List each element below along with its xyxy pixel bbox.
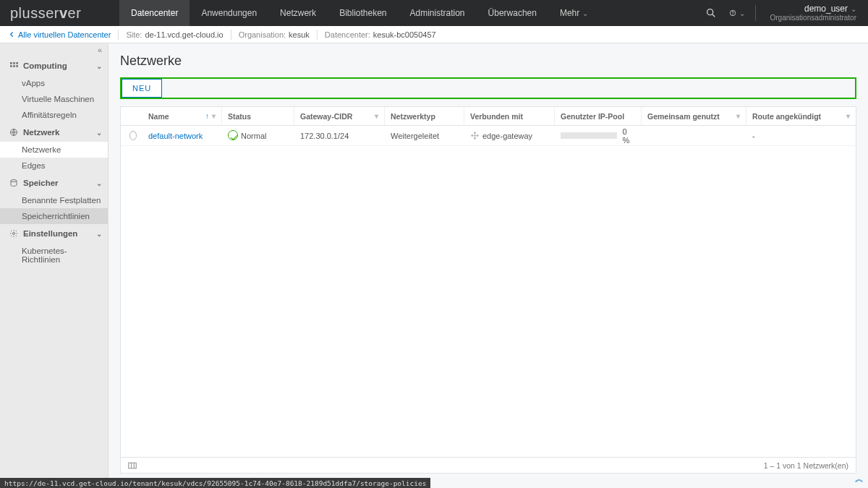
filter-icon[interactable]: ▾ bbox=[736, 112, 740, 120]
sidebar-section-computing[interactable]: Computing ⌄ bbox=[0, 56, 108, 75]
svg-rect-7 bbox=[10, 65, 12, 67]
sort-asc-icon[interactable]: ↑ bbox=[205, 112, 209, 120]
sidebar-item-virtuelle-maschinen[interactable]: Virtuelle Maschinen bbox=[0, 91, 108, 107]
filter-icon[interactable]: ▾ bbox=[846, 112, 850, 120]
top-nav: Datencenter Anwendungen Netzwerk Bibliot… bbox=[119, 0, 600, 26]
chevron-down-icon: ⌄ bbox=[851, 5, 856, 13]
top-actions: ⌄ demo_user ⌄ Organisationsadministrator bbox=[703, 4, 869, 22]
chevron-down-icon: ⌄ bbox=[96, 230, 102, 238]
sidebar-item-affinitaetsregeln[interactable]: Affinitätsregeln bbox=[0, 107, 108, 123]
scroll-top-icon[interactable]: ︽ bbox=[855, 473, 864, 485]
user-menu[interactable]: demo_user ⌄ Organisationsadministrator bbox=[766, 4, 861, 22]
svg-point-17 bbox=[474, 137, 475, 139]
topnav-datencenter[interactable]: Datencenter bbox=[119, 0, 190, 26]
topnav-administration[interactable]: Administration bbox=[399, 0, 477, 26]
col-name[interactable]: Name ↑ ▾ bbox=[142, 107, 222, 125]
chevron-down-icon: ⌄ bbox=[582, 9, 588, 17]
table-body: default-network Normal 172.30.0.1/24 Wei… bbox=[121, 126, 856, 457]
svg-point-11 bbox=[11, 180, 17, 182]
sidebar-section-label: Einstellungen bbox=[23, 229, 77, 238]
topnav-bibliotheken[interactable]: Bibliotheken bbox=[328, 0, 398, 26]
col-shared[interactable]: Gemeinsam genutzt ▾ bbox=[642, 107, 746, 125]
row-select[interactable] bbox=[121, 131, 142, 140]
network-icon bbox=[9, 127, 19, 137]
user-name: demo_user bbox=[804, 4, 848, 14]
divider bbox=[755, 5, 756, 21]
topnav-anwendungen[interactable]: Anwendungen bbox=[190, 0, 268, 26]
radio-icon[interactable] bbox=[129, 131, 137, 140]
topnav-mehr[interactable]: Mehr ⌄ bbox=[548, 0, 600, 26]
sidebar-section-speicher[interactable]: Speicher ⌄ bbox=[0, 174, 108, 192]
col-pool[interactable]: Genutzter IP-Pool bbox=[555, 107, 642, 125]
svg-point-14 bbox=[471, 135, 472, 137]
breadcrumb-back-label: Alle virtuellen Datencenter bbox=[18, 30, 111, 39]
cell-type: Weitergeleitet bbox=[385, 132, 464, 140]
cell-advertised: - bbox=[746, 132, 856, 140]
chevron-down-icon: ⌄ bbox=[96, 129, 102, 137]
crumb-site-value: de-11.vcd.get-cloud.io bbox=[145, 30, 223, 39]
svg-rect-9 bbox=[16, 65, 18, 67]
table-footer-text: 1 – 1 von 1 Netzwerk(en) bbox=[764, 461, 848, 470]
col-gateway[interactable]: Gateway-CIDR ▾ bbox=[294, 107, 385, 125]
sidebar-item-kubernetes-richtlinien[interactable]: Kubernetes-Richtlinien bbox=[0, 243, 108, 267]
storage-icon bbox=[9, 178, 19, 188]
svg-point-16 bbox=[474, 132, 475, 134]
sidebar-section-netzwerk[interactable]: Netzwerk ⌄ bbox=[0, 123, 108, 142]
col-type-label: Netzwerktyp bbox=[391, 112, 435, 121]
page-title: Netzwerke bbox=[120, 53, 856, 69]
sidebar-item-speicherrichtlinien[interactable]: Speicherrichtlinien bbox=[0, 208, 108, 224]
new-button-highlight: NEU bbox=[120, 77, 856, 99]
cell-pool: 0 % bbox=[555, 127, 642, 145]
svg-point-0 bbox=[707, 9, 712, 15]
crumb-dc-label: Datencenter: bbox=[325, 30, 370, 39]
table-row[interactable]: default-network Normal 172.30.0.1/24 Wei… bbox=[121, 126, 856, 146]
crumb-site-label: Site: bbox=[126, 30, 142, 39]
topnav-netzwerk[interactable]: Netzwerk bbox=[268, 0, 328, 26]
svg-rect-18 bbox=[129, 463, 137, 468]
svg-point-13 bbox=[474, 135, 475, 137]
network-name-link[interactable]: default-network bbox=[148, 132, 203, 140]
topnav-ueberwachen[interactable]: Überwachen bbox=[477, 0, 548, 26]
sidebar-section-label: Computing bbox=[23, 61, 67, 70]
crumb-org-label: Organisation: bbox=[239, 30, 286, 39]
sidebar-collapse-icon[interactable]: « bbox=[0, 43, 108, 56]
cell-connected: edge-gateway bbox=[464, 132, 555, 140]
col-type[interactable]: Netzwerktyp bbox=[385, 107, 464, 125]
cell-pool-text: 0 % bbox=[623, 127, 636, 145]
new-button[interactable]: NEU bbox=[122, 79, 162, 98]
sidebar-item-edges[interactable]: Edges bbox=[0, 158, 108, 174]
user-role: Organisationsadministrator bbox=[770, 14, 857, 22]
filter-icon[interactable]: ▾ bbox=[212, 112, 216, 120]
status-url: https://de-11.vcd.get-cloud.io/tenant/ke… bbox=[0, 478, 430, 488]
sidebar-item-vapps[interactable]: vApps bbox=[0, 75, 108, 91]
col-shared-label: Gemeinsam genutzt bbox=[647, 112, 720, 121]
col-advertised[interactable]: Route angekündigt ▾ bbox=[746, 107, 856, 125]
svg-rect-6 bbox=[16, 62, 18, 64]
col-connected-label: Verbunden mit bbox=[470, 112, 523, 121]
sidebar-item-benannte-festplatten[interactable]: Benannte Festplatten bbox=[0, 192, 108, 208]
ip-pool-bar bbox=[561, 132, 617, 139]
brand-text-1: plusser bbox=[10, 5, 59, 22]
col-gateway-label: Gateway-CIDR bbox=[300, 112, 352, 121]
col-connected[interactable]: Verbunden mit bbox=[464, 107, 555, 125]
col-status[interactable]: Status bbox=[222, 107, 294, 125]
chevron-down-icon: ⌄ bbox=[96, 179, 102, 187]
col-pool-label: Genutzter IP-Pool bbox=[561, 112, 624, 121]
columns-icon[interactable] bbox=[128, 462, 137, 469]
breadcrumb-back[interactable]: Alle virtuellen Datencenter bbox=[9, 30, 111, 39]
chevron-down-icon: ⌄ bbox=[96, 62, 102, 70]
help-icon[interactable]: ⌄ bbox=[729, 5, 745, 21]
col-name-label: Name bbox=[148, 112, 169, 121]
col-advertised-label: Route angekündigt bbox=[752, 112, 821, 121]
filter-icon[interactable]: ▾ bbox=[375, 112, 378, 120]
table-footer: 1 – 1 von 1 Netzwerk(en) bbox=[121, 457, 856, 473]
sidebar-section-einstellungen[interactable]: Einstellungen ⌄ bbox=[0, 224, 108, 243]
search-icon[interactable] bbox=[703, 5, 719, 21]
crumb-org-value: kesuk bbox=[289, 30, 310, 39]
brand-text-3: er bbox=[68, 5, 82, 22]
svg-point-15 bbox=[477, 135, 478, 137]
sidebar-item-netzwerke[interactable]: Netzwerke bbox=[0, 142, 108, 158]
topnav-mehr-label: Mehr bbox=[560, 8, 579, 18]
chevron-down-icon: ⌄ bbox=[739, 9, 745, 17]
breadcrumb-bar: Alle virtuellen Datencenter Site: de-11.… bbox=[0, 26, 868, 43]
